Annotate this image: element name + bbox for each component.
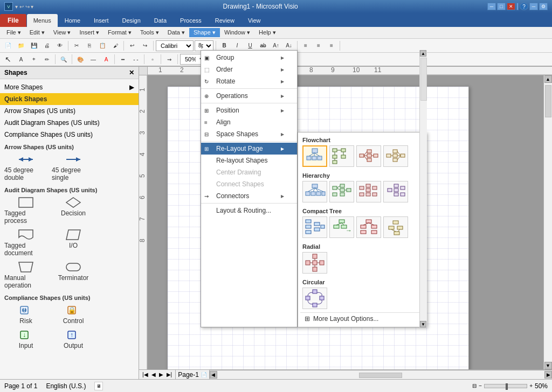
save-btn[interactable]: 💾 [28,40,40,52]
ribbon-options-btn[interactable]: ⚙ [539,3,548,10]
preview-btn[interactable]: 👁 [54,40,66,52]
menu-item-relayout-shapes[interactable]: Re-layout Shapes [201,155,297,166]
tab-review[interactable]: Review [209,14,241,27]
quick-shapes-item[interactable]: Quick Shapes [0,93,139,105]
flowchart-icon-2[interactable] [329,145,354,167]
font-color-btn[interactable]: A [100,53,112,65]
fit-page-icon[interactable]: ⊟ [472,383,477,389]
tab-data[interactable]: Data [148,14,173,27]
line-weight-btn[interactable]: ━ [117,53,129,65]
next-page-btn[interactable]: ▶ [158,372,164,377]
close-button[interactable]: ✕ [507,3,515,10]
cut-btn[interactable]: ✂ [71,40,82,52]
undo-btn[interactable]: ↩ [126,40,138,52]
tab-home[interactable]: Home [58,14,87,27]
shape-decision[interactable]: Decision [52,197,95,225]
menu-tools[interactable]: Tools ▾ [136,28,163,37]
arrow-shapes-item[interactable]: Arrow Shapes (US units) [0,105,139,117]
menu-item-relayout[interactable]: ⊞ Re-Layout Page ▶ [201,143,297,155]
paste-btn[interactable]: 📋 [96,40,108,52]
tab-view[interactable]: View [242,14,267,27]
shape-tagged-document[interactable]: Tagged document [4,229,47,257]
new-btn[interactable]: 📄 [2,40,14,52]
shape-arrow-double[interactable]: 45 degree double [4,153,47,181]
shape-manual-op[interactable]: Manual operation [4,261,47,289]
hierarchy-icon-3[interactable] [356,181,381,202]
menu-insert[interactable]: Insert ▾ [75,28,104,37]
menu-help[interactable]: Help ▾ [254,28,280,37]
menu-data[interactable]: Data ▾ [163,28,189,37]
prev-page-btn[interactable]: ◀ [150,372,157,377]
scrollbar-thumb-v[interactable] [545,85,551,117]
compact-icon-4[interactable] [383,216,408,238]
menu-item-space-shapes[interactable]: ⊟ Space Shapes ▶ [201,128,297,140]
menu-item-operations[interactable]: ⊕ Operations ▶ [201,90,297,102]
zoom-in-btn[interactable]: 🔍 [58,53,70,65]
print-btn[interactable]: 🖨 [41,40,53,52]
connect-btn[interactable]: ⌖ [28,53,40,65]
menu-window[interactable]: Window ▾ [220,28,254,37]
pencil-btn[interactable]: ✏ [41,53,53,65]
scrollbar-left-btn[interactable]: ◀ [210,371,217,379]
menu-item-rotate[interactable]: ↻ Rotate ▶ [201,75,297,87]
font-name-select[interactable]: Calibri [156,40,194,51]
more-shapes-item[interactable]: More Shapes ▶ [0,81,139,93]
menu-format[interactable]: Format ▾ [104,28,136,37]
help-btn[interactable]: ? [520,3,528,10]
menu-view[interactable]: View ▾ [49,28,75,37]
compliance-shapes-item[interactable]: Compliance Shapes (US units) [0,129,139,141]
connector-format-btn[interactable]: ⇝ [163,53,175,65]
shape-input[interactable]: ↓ Input [4,329,47,349]
audit-shapes-item[interactable]: Audit Diagram Shapes (US units) [0,117,139,129]
line-color-btn[interactable]: — [87,53,99,65]
shapes-collapse-btn[interactable]: ✕ [129,69,134,76]
flowchart-icon-4[interactable] [383,145,408,167]
menu-item-align[interactable]: ≡ Align [201,116,297,128]
hierarchy-icon-1[interactable] [302,181,327,202]
scrollbar-up-btn[interactable]: ▲ [544,75,552,83]
flyout-scroll-thumb[interactable] [420,58,427,101]
menu-edit[interactable]: Edit ▾ [25,28,49,37]
flowchart-icon-1[interactable] [302,145,327,167]
fill-color-btn[interactable]: 🎨 [74,53,86,65]
flyout-scrollbar[interactable]: ▲ ▼ [419,50,427,327]
compact-icon-3[interactable] [356,216,381,238]
last-page-btn[interactable]: ▶| [165,372,174,377]
scrollbar-vertical[interactable]: ▲ ▼ [543,75,552,369]
shape-output[interactable]: ↑ Output [52,329,95,349]
flyout-scroll-up[interactable]: ▲ [420,50,426,57]
menu-file[interactable]: File ▾ [2,28,25,37]
tab-insert[interactable]: Insert [87,14,115,27]
menu-shape[interactable]: Shape ▾ [189,28,220,37]
page-tab[interactable]: Page-1 📄 [176,370,210,379]
scrollbar-horizontal[interactable]: ◀ ▶ [210,370,552,379]
zoom-slider-thumb[interactable] [506,383,508,390]
tab-process[interactable]: Process [174,14,208,27]
menu-item-position[interactable]: ⊞ Position ▶ [201,104,297,116]
shape-control[interactable]: 🔒 Control [52,304,95,325]
tab-menus[interactable]: Menus [27,14,58,27]
scrollbar-right-btn[interactable]: ▶ [544,371,552,379]
format-painter-btn[interactable]: 🖌 [109,40,121,52]
shadow-btn[interactable]: ▫ [147,53,158,65]
shape-risk[interactable]: ! Risk [4,304,47,325]
circular-icon-1[interactable] [302,288,327,309]
menu-item-layout-routing[interactable]: Layout & Routing... [201,205,297,216]
copy-btn[interactable]: ⎘ [84,40,95,52]
more-layout-options-btn[interactable]: ⊞ More Layout Options... [300,312,424,325]
zoom-in-icon[interactable]: + [529,383,533,389]
compact-icon-1[interactable] [302,216,327,238]
compact-icon-2[interactable]: → [329,216,354,238]
hierarchy-icon-2[interactable] [329,181,354,202]
flowchart-icon-3[interactable] [356,145,381,167]
shape-tagged-process[interactable]: Tagged process [4,197,47,225]
minimize-button[interactable]: ─ [487,3,496,10]
zoom-slider[interactable] [484,384,527,388]
scrollbar-thumb-h[interactable] [359,373,402,378]
text-btn[interactable]: A [15,53,27,65]
first-page-btn[interactable]: |◀ [141,372,149,377]
menu-item-order[interactable]: ⬚ Order ▶ [201,64,297,75]
open-btn[interactable]: 📁 [15,40,27,52]
hierarchy-icon-4[interactable] [383,181,408,202]
radial-icon-1[interactable] [302,252,327,274]
